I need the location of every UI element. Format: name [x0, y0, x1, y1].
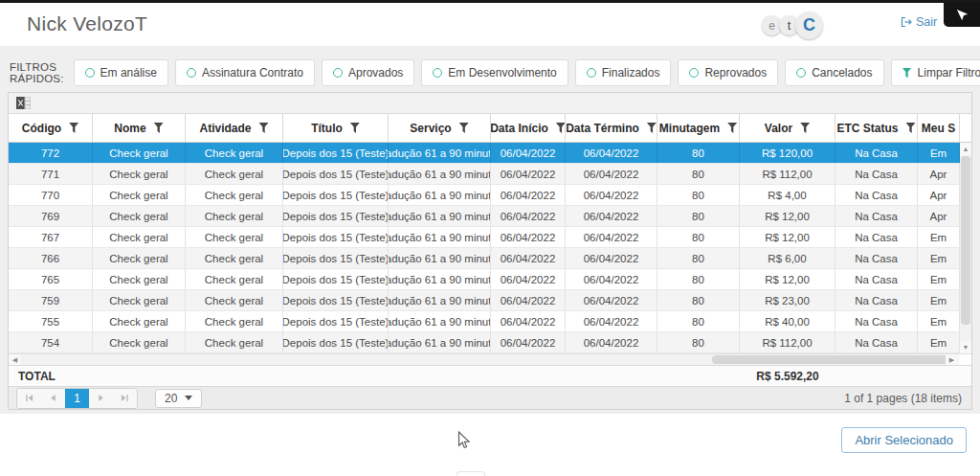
cell-atividade[interactable]: Check geral — [186, 227, 283, 247]
cell-codigo[interactable]: 754 — [9, 332, 93, 352]
cell-nome[interactable]: Check geral — [93, 269, 186, 289]
column-header-data-inicio[interactable]: Data Início — [491, 114, 566, 142]
cell-atividade[interactable]: Check geral — [186, 332, 283, 352]
cell-nome[interactable]: Check geral — [93, 206, 186, 226]
cell-codigo[interactable]: 770 — [9, 185, 93, 205]
filter-button-assinatura-contrato[interactable]: Assinatura Contrato — [175, 59, 315, 86]
previous-page-button[interactable] — [41, 389, 65, 408]
cell-data-termino[interactable]: 06/04/2022 — [566, 332, 657, 352]
filter-button-cancelados[interactable]: Cancelados — [785, 59, 883, 86]
cell-etc-status[interactable]: Na Casa — [835, 332, 918, 352]
cell-servico[interactable]: Tradução 61 a 90 minutos — [389, 185, 491, 205]
cell-atividade[interactable]: Check geral — [186, 290, 283, 310]
table-row[interactable]: 772Check geralCheck geralDepois dos 15 (… — [9, 143, 971, 164]
cell-etc-status[interactable]: Na Casa — [835, 164, 918, 184]
cell-etc-status[interactable]: Na Casa — [835, 227, 918, 247]
cell-valor[interactable]: R$ 6,00 — [740, 248, 835, 268]
clear-filters-button[interactable]: Limpar Filtros — [891, 59, 980, 86]
cell-minutagem[interactable]: 80 — [657, 143, 740, 163]
cell-servico[interactable]: Tradução 61 a 90 minutos — [389, 311, 491, 331]
cell-valor[interactable]: R$ 112,00 — [740, 332, 835, 352]
cell-data-inicio[interactable]: 06/04/2022 — [491, 143, 566, 163]
cell-data-inicio[interactable]: 06/04/2022 — [491, 290, 566, 310]
cell-valor[interactable]: R$ 112,00 — [740, 164, 835, 184]
column-filter-icon[interactable] — [259, 123, 269, 133]
cell-minutagem[interactable]: 80 — [657, 248, 740, 268]
cell-titulo[interactable]: Depois dos 15 (Teste) — [283, 227, 389, 247]
cell-codigo[interactable]: 765 — [9, 269, 93, 289]
cell-servico[interactable]: Tradução 61 a 90 minutos — [389, 269, 491, 289]
cell-meu-s[interactable]: Em — [918, 269, 960, 289]
column-header-atividade[interactable]: Atividade — [186, 114, 283, 142]
column-filter-icon[interactable] — [800, 123, 810, 133]
filter-button-aprovados[interactable]: Aprovados — [322, 59, 414, 86]
cell-data-inicio[interactable]: 06/04/2022 — [491, 227, 566, 247]
column-filter-icon[interactable] — [350, 123, 360, 133]
cell-minutagem[interactable]: 80 — [657, 311, 740, 331]
cell-servico[interactable]: Tradução 61 a 90 minutos — [389, 206, 491, 226]
cell-servico[interactable]: Tradução 61 a 90 minutos — [389, 227, 491, 247]
cell-minutagem[interactable]: 80 — [657, 332, 740, 352]
cell-servico[interactable]: Tradução 61 a 90 minutos — [389, 143, 491, 163]
horizontal-scrollbar[interactable]: ◀ ▶ — [9, 353, 971, 365]
logout-link[interactable]: Sair — [901, 15, 937, 29]
scroll-up-button[interactable]: ▲ — [960, 143, 971, 155]
export-excel-icon[interactable] — [16, 97, 31, 109]
cell-minutagem[interactable]: 80 — [657, 164, 740, 184]
column-header-nome[interactable]: Nome — [93, 114, 186, 142]
cell-nome[interactable]: Check geral — [93, 185, 186, 205]
horizontal-scroll-thumb[interactable] — [712, 355, 951, 364]
vertical-scroll-thumb[interactable] — [961, 156, 970, 325]
table-row[interactable]: 767Check geralCheck geralDepois dos 15 (… — [9, 227, 971, 248]
cell-data-inicio[interactable]: 06/04/2022 — [491, 206, 566, 226]
cell-meu-s[interactable]: Apr — [918, 164, 960, 184]
first-page-button[interactable] — [17, 389, 41, 408]
scroll-left-button[interactable]: ◀ — [9, 354, 21, 365]
cell-codigo[interactable]: 766 — [9, 248, 93, 268]
table-row[interactable]: 771Check geralCheck geralDepois dos 15 (… — [9, 164, 971, 185]
column-header-minutagem[interactable]: Minutagem — [657, 114, 740, 142]
cell-meu-s[interactable]: Em — [918, 290, 960, 310]
filter-button-em-desenvolvimento[interactable]: Em Desenvolvimento — [421, 59, 568, 86]
cell-etc-status[interactable]: Na Casa — [835, 311, 918, 331]
cell-codigo[interactable]: 771 — [9, 164, 93, 184]
cell-data-inicio[interactable]: 06/04/2022 — [491, 311, 566, 331]
cell-atividade[interactable]: Check geral — [186, 143, 283, 163]
cell-titulo[interactable]: Depois dos 15 (Teste) — [283, 164, 389, 184]
filter-button-em-analise[interactable]: Em análise — [74, 59, 168, 86]
cell-atividade[interactable]: Check geral — [186, 311, 283, 331]
cell-data-termino[interactable]: 06/04/2022 — [566, 290, 657, 310]
cell-nome[interactable]: Check geral — [93, 248, 186, 268]
column-filter-icon[interactable] — [906, 123, 916, 133]
table-row[interactable]: 770Check geralCheck geralDepois dos 15 (… — [9, 185, 971, 206]
column-filter-icon[interactable] — [154, 123, 164, 133]
cell-nome[interactable]: Check geral — [93, 332, 186, 352]
cell-servico[interactable]: Tradução 61 a 90 minutos — [389, 290, 491, 310]
cell-servico[interactable]: Tradução 61 a 90 minutos — [389, 164, 491, 184]
cell-codigo[interactable]: 767 — [9, 227, 93, 247]
cell-servico[interactable]: Tradução 61 a 90 minutos — [389, 332, 491, 352]
cell-minutagem[interactable]: 80 — [657, 290, 740, 310]
cell-valor[interactable]: R$ 40,00 — [740, 311, 835, 331]
page-size-dropdown[interactable]: 20 — [155, 389, 202, 408]
cell-nome[interactable]: Check geral — [93, 143, 186, 163]
cell-titulo[interactable]: Depois dos 15 (Teste) — [283, 311, 389, 331]
column-filter-icon[interactable] — [69, 123, 78, 133]
column-header-meu-s[interactable]: Meu S — [918, 114, 960, 142]
column-filter-icon[interactable] — [459, 123, 469, 133]
cell-data-termino[interactable]: 06/04/2022 — [566, 185, 657, 205]
table-row[interactable]: 759Check geralCheck geralDepois dos 15 (… — [9, 290, 971, 311]
cell-data-termino[interactable]: 06/04/2022 — [566, 311, 657, 331]
cell-meu-s[interactable]: Em — [918, 248, 960, 268]
cell-codigo[interactable]: 755 — [9, 311, 93, 331]
column-filter-icon[interactable] — [647, 123, 657, 133]
cell-meu-s[interactable]: Em — [918, 332, 960, 352]
cell-valor[interactable]: R$ 120,00 — [740, 143, 835, 163]
table-row[interactable]: 754Check geralCheck geralDepois dos 15 (… — [9, 332, 971, 353]
cell-titulo[interactable]: Depois dos 15 (Teste) — [283, 248, 389, 268]
table-row[interactable]: 765Check geralCheck geralDepois dos 15 (… — [9, 269, 971, 290]
column-header-codigo[interactable]: Código — [9, 114, 93, 142]
cell-nome[interactable]: Check geral — [93, 164, 186, 184]
cell-valor[interactable]: R$ 12,00 — [740, 269, 835, 289]
cell-minutagem[interactable]: 80 — [657, 185, 740, 205]
